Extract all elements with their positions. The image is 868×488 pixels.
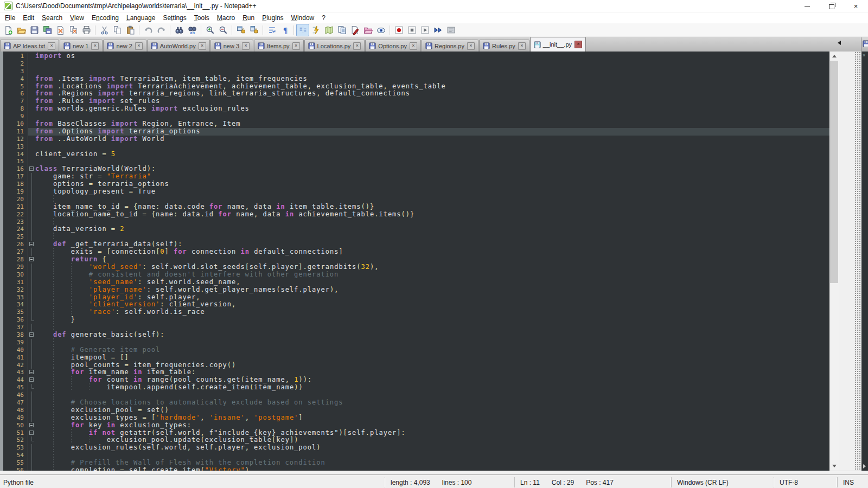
fold-collapse-icon[interactable]	[28, 331, 35, 339]
save-all-button[interactable]	[41, 24, 54, 36]
zoom-out-button[interactable]	[216, 24, 229, 36]
fold-collapse-icon[interactable]	[28, 429, 35, 437]
code-line-46[interactable]: 46	[3, 391, 829, 399]
scroll-down-button[interactable]	[829, 461, 839, 471]
menu-item-encoding[interactable]: Encoding	[88, 13, 123, 23]
tab-close-icon[interactable]: ×	[467, 42, 475, 50]
code-line-23[interactable]: 23	[3, 219, 829, 226]
menu-item-view[interactable]: View	[66, 13, 88, 23]
status-typing-mode[interactable]: INS	[837, 477, 868, 487]
fold-collapse-icon[interactable]	[28, 165, 35, 173]
tab-close-icon[interactable]: ×	[575, 41, 582, 48]
tab-autoworld-py[interactable]: AutoWorld.py×	[147, 40, 210, 52]
code-line-1[interactable]: 1import os	[3, 53, 829, 60]
tab-new-1[interactable]: new 1×	[60, 40, 103, 52]
tab-ap-ideas-txt[interactable]: AP Ideas.txt×	[0, 40, 59, 52]
code-line-34[interactable]: 34 'client_version': client_version,	[3, 301, 829, 309]
tab-close-icon[interactable]: ×	[292, 42, 300, 50]
code-line-43[interactable]: 43 for item_name in item_table:	[3, 369, 829, 376]
copy-button[interactable]	[111, 24, 124, 36]
code-line-31[interactable]: 31 'seed_name': self.world.seed_name,	[3, 279, 829, 286]
code-line-50[interactable]: 50 for key in exclusion_types:	[3, 422, 829, 429]
code-line-6[interactable]: 6from .Regions import terraria_regions, …	[3, 90, 829, 98]
code-line-44[interactable]: 44 for count in range(pool_counts.get(it…	[3, 376, 829, 384]
fold-collapse-icon[interactable]	[28, 241, 35, 248]
code-line-41[interactable]: 41 itempool = []	[3, 354, 829, 362]
menu-item-window[interactable]: Window	[288, 13, 318, 23]
code-line-17[interactable]: 17 game: str = "Terraria"	[3, 173, 829, 181]
close-button[interactable]	[54, 24, 67, 36]
status-encoding[interactable]: UTF-8	[774, 477, 837, 487]
code-line-14[interactable]: 14client_version = 5	[3, 151, 829, 158]
code-line-32[interactable]: 32 'player_name': self.world.get_player_…	[3, 286, 829, 294]
fold-collapse-icon[interactable]	[28, 376, 35, 384]
tab-new-3[interactable]: new 3×	[210, 40, 253, 52]
menu-item-file[interactable]: File	[1, 13, 19, 23]
function-list-button[interactable]	[309, 24, 322, 36]
run-macro-multiple-times-button[interactable]	[431, 24, 444, 36]
cut-button[interactable]	[98, 24, 111, 36]
document-list-button[interactable]	[335, 24, 348, 36]
redo-button[interactable]	[155, 24, 168, 36]
code-line-10[interactable]: 10from BaseClasses import Region, Entran…	[3, 120, 829, 128]
close-all-button[interactable]	[67, 24, 80, 36]
code-line-35[interactable]: 35 'race': self.world.is_race	[3, 309, 829, 316]
tab-rules-py[interactable]: Rules.py×	[479, 40, 529, 52]
undo-button[interactable]	[142, 24, 155, 36]
code-line-52[interactable]: 52 exclusion_pool.update(exclusion_table…	[3, 436, 829, 444]
code-line-19[interactable]: 19 topology_present = True	[3, 188, 829, 196]
menu-item-help[interactable]: ?	[318, 13, 329, 23]
code-line-4[interactable]: 4from .Items import TerrariaItem, item_t…	[3, 75, 829, 83]
stop-recording-button[interactable]	[405, 24, 418, 36]
code-line-13[interactable]: 13	[3, 143, 829, 151]
code-line-56[interactable]: 56 completion = self.create_item("Victor…	[3, 467, 829, 471]
print-button[interactable]	[80, 24, 93, 36]
show-indent-guide-button[interactable]	[296, 24, 309, 36]
menu-item-plugins[interactable]: Plugins	[258, 13, 287, 23]
code-line-12[interactable]: 12from ..AutoWorld import World	[3, 136, 829, 143]
code-line-5[interactable]: 5from .Locations import TerrariaAchievem…	[3, 83, 829, 91]
tab-close-icon[interactable]: ×	[135, 42, 143, 50]
macro-edit-button[interactable]	[348, 24, 361, 36]
second-view-tab-sliver[interactable]	[861, 37, 868, 52]
document-map-button[interactable]	[322, 24, 335, 36]
code-line-53[interactable]: 53 exclusion_rules(self.world, self.play…	[3, 444, 829, 452]
close-button[interactable]: ×	[844, 0, 868, 12]
menu-item-macro[interactable]: Macro	[213, 13, 239, 23]
tab-close-icon[interactable]: ×	[410, 42, 417, 50]
horizontal-scrollbar[interactable]	[0, 471, 868, 474]
code-line-38[interactable]: 38 def generate_basic(self):	[3, 331, 829, 339]
code-line-48[interactable]: 48 exclusion_pool = set()	[3, 407, 829, 414]
tab-close-icon[interactable]: ×	[91, 42, 99, 50]
code-line-11[interactable]: 11from .Options import terraria_options	[3, 128, 829, 136]
code-line-18[interactable]: 18 options = terraria_options	[3, 181, 829, 188]
scrollbar-thumb[interactable]	[830, 61, 838, 283]
code-line-22[interactable]: 22 location_name_to_id = {name: data.id …	[3, 211, 829, 219]
code-line-27[interactable]: 27 exits = [connection[0] for connection…	[3, 248, 829, 256]
view-splitter[interactable]	[854, 52, 861, 471]
code-line-7[interactable]: 7from .Rules import set_rules	[3, 98, 829, 105]
menu-item-settings[interactable]: Settings	[159, 13, 190, 23]
playback-macro-button[interactable]	[418, 24, 431, 36]
tab-new-2[interactable]: new 2×	[103, 40, 146, 52]
folder-as-workspace-button[interactable]	[361, 24, 374, 36]
code-line-26[interactable]: 26 def _get_terraria_data(self):	[3, 241, 829, 248]
zoom-in-button[interactable]	[203, 24, 216, 36]
tab-items-py[interactable]: Items.py×	[254, 40, 304, 52]
editor[interactable]: 1import os234from .Items import Terraria…	[0, 52, 829, 471]
code-line-36[interactable]: 36 }	[3, 316, 829, 324]
code-line-25[interactable]: 25	[3, 233, 829, 241]
scroll-up-button[interactable]	[829, 52, 839, 61]
scrollbar-track[interactable]	[829, 61, 839, 461]
fold-collapse-icon[interactable]	[28, 422, 35, 429]
tab-scroll-left-icon[interactable]	[838, 41, 841, 45]
tab-close-icon[interactable]: ×	[48, 42, 55, 50]
new-file-button[interactable]	[2, 24, 15, 36]
code-line-47[interactable]: 47 # Choose locations to automatically e…	[3, 399, 829, 407]
code-line-45[interactable]: 45 itempool.append(self.create_item(item…	[3, 384, 829, 391]
find-button[interactable]	[173, 24, 186, 36]
sync-horizontal-scrolling-button[interactable]	[247, 24, 260, 36]
tab-regions-py[interactable]: Regions.py×	[422, 40, 478, 52]
save-button[interactable]	[28, 24, 41, 36]
replace-button[interactable]	[186, 24, 199, 36]
